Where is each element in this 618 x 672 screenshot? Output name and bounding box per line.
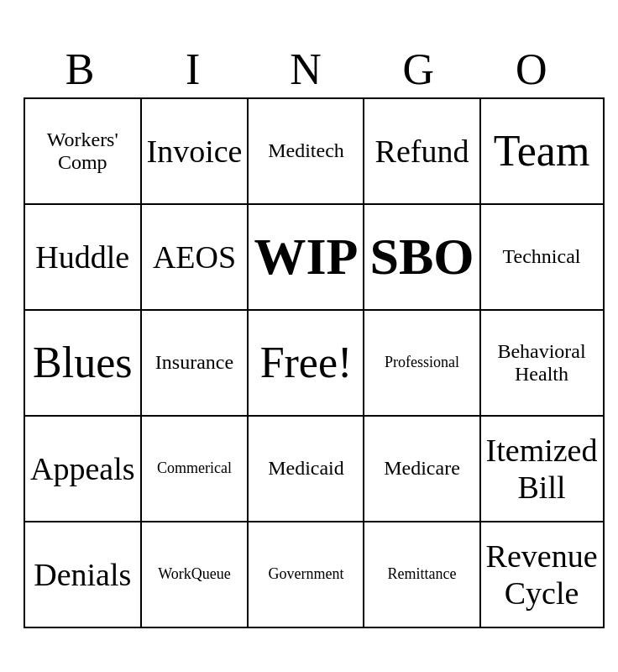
cell-r4-c1: WorkQueue	[141, 522, 249, 627]
header-i: I	[142, 45, 251, 94]
cell-r0-c0: Workers' Comp	[24, 98, 141, 204]
header-b: B	[29, 45, 138, 94]
cell-r1-c4: Technical	[480, 204, 604, 310]
cell-r1-c1: AEOS	[141, 204, 249, 310]
header-g: G	[367, 45, 476, 94]
cell-r4-c2: Government	[248, 522, 364, 627]
cell-r0-c3: Refund	[364, 98, 479, 204]
cell-r4-c3: Remittance	[364, 522, 479, 627]
cell-r3-c3: Medicare	[364, 416, 479, 522]
cell-r2-c4: Behavioral Health	[480, 310, 604, 416]
bingo-card: B I N G O Workers' CompInvoiceMeditechRe…	[15, 36, 603, 637]
cell-r3-c2: Medicaid	[248, 416, 364, 522]
cell-r2-c1: Insurance	[141, 310, 249, 416]
cell-r2-c3: Professional	[364, 310, 479, 416]
cell-r3-c0: Appeals	[24, 416, 141, 522]
cell-r2-c0: Blues	[24, 310, 141, 416]
cell-r2-c2: Free!	[248, 310, 364, 416]
cell-r3-c1: Commerical	[141, 416, 249, 522]
cell-r4-c4: Revenue Cycle	[480, 522, 604, 627]
header-o: O	[480, 45, 589, 94]
cell-r1-c3: SBO	[364, 204, 479, 310]
bingo-grid: Workers' CompInvoiceMeditechRefundTeamHu…	[24, 97, 605, 628]
cell-r3-c4: Itemized Bill	[480, 416, 604, 522]
cell-r0-c1: Invoice	[141, 98, 249, 204]
cell-r0-c2: Meditech	[248, 98, 364, 204]
cell-r4-c0: Denials	[24, 522, 141, 627]
cell-r1-c2: WIP	[248, 204, 364, 310]
cell-r1-c0: Huddle	[24, 204, 141, 310]
bingo-header: B I N G O	[24, 45, 594, 94]
cell-r0-c4: Team	[480, 98, 604, 204]
header-n: N	[254, 45, 364, 94]
